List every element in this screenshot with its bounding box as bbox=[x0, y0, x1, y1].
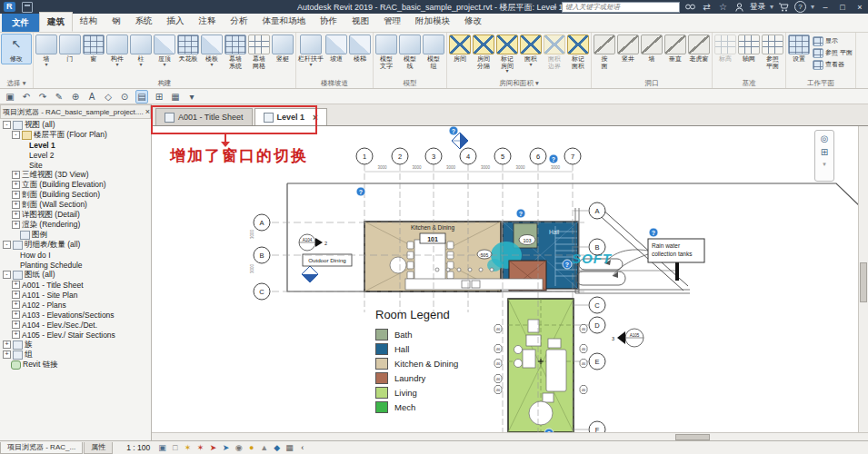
expand-icon[interactable]: + bbox=[12, 281, 20, 289]
show-workplane-button[interactable]: 显示 bbox=[813, 35, 853, 46]
tree-item-revit-[interactable]: Revit 链接 bbox=[0, 360, 151, 370]
expand-icon[interactable]: + bbox=[3, 350, 11, 359]
ribbon-tab-修改[interactable]: 修改 bbox=[457, 12, 489, 32]
expand-icon[interactable]: + bbox=[3, 340, 11, 349]
ribbon-group-label[interactable]: 工作平面 bbox=[787, 78, 854, 88]
close-button[interactable]: × bbox=[853, 2, 866, 13]
sun-path-icon[interactable]: ✶ bbox=[183, 443, 193, 452]
curtain-system-button[interactable]: 幕墙 系统 bbox=[224, 34, 247, 69]
undo-icon[interactable]: ↶ bbox=[21, 91, 32, 103]
expand-icon[interactable]: + bbox=[12, 181, 20, 189]
railing-button[interactable]: 栏杆扶手▾ bbox=[297, 34, 324, 66]
tree-item--wall-section-[interactable]: +剖面 (Wall Section) bbox=[0, 200, 151, 210]
ribbon-group-label[interactable]: 楼梯坡道 bbox=[297, 78, 372, 88]
help-caret-icon[interactable]: ▾ bbox=[811, 3, 814, 11]
expand-icon[interactable]: + bbox=[12, 331, 20, 339]
print-icon[interactable]: ✎ bbox=[54, 91, 65, 103]
tree-item-a102-plans[interactable]: +A102 - Plans bbox=[0, 300, 151, 310]
drawing-canvas[interactable]: Rain water collection tanks bbox=[152, 126, 858, 432]
zoom-tool-icon[interactable]: ⊞ bbox=[821, 147, 828, 157]
wall-button[interactable]: 墙▾ bbox=[35, 34, 58, 66]
show-hidden-icon[interactable]: □ bbox=[170, 443, 180, 452]
ribbon-tab-建筑[interactable]: 建筑 bbox=[39, 12, 73, 32]
tree-item--all-[interactable]: -图纸 (all) bbox=[0, 270, 151, 280]
measure-icon[interactable]: ⊕ bbox=[70, 91, 81, 103]
dormer-button[interactable]: 老虎窗 bbox=[687, 34, 711, 63]
tree-item-site[interactable]: Site bbox=[0, 160, 151, 170]
opening-by-face-button[interactable]: 按 面 bbox=[593, 34, 616, 69]
model-line-button[interactable]: 模型 线 bbox=[398, 34, 422, 69]
switch-windows-icon[interactable]: ⊞ bbox=[154, 91, 165, 103]
window-button[interactable]: 窗 bbox=[82, 34, 105, 63]
view-tab-close-icon[interactable]: × bbox=[313, 113, 318, 123]
expand-icon[interactable]: + bbox=[12, 201, 20, 209]
expand-icon[interactable]: + bbox=[12, 311, 20, 319]
vertical-scroll-thumb[interactable] bbox=[860, 262, 867, 302]
3d-view-icon[interactable]: ◇ bbox=[103, 91, 114, 103]
tree-item--[interactable]: 图例 bbox=[0, 230, 151, 240]
ribbon-tab-视图[interactable]: 视图 bbox=[344, 12, 376, 32]
search-input[interactable] bbox=[562, 2, 680, 13]
tree-item--building-elevation-[interactable]: +立面 (Building Elevation) bbox=[0, 180, 151, 190]
search-expand-icon[interactable]: ▸ bbox=[554, 3, 557, 11]
save-icon[interactable]: ▣ bbox=[5, 91, 15, 103]
revit-logo-icon[interactable]: R bbox=[4, 2, 15, 12]
view-scale[interactable]: 1 : 100 bbox=[126, 443, 150, 452]
file-tab[interactable]: 文件 bbox=[2, 14, 39, 32]
ribbon-tab-附加模块[interactable]: 附加模块 bbox=[408, 12, 457, 32]
level-button[interactable]: 标高 bbox=[713, 34, 737, 63]
ceiling-button[interactable]: 天花板 bbox=[176, 34, 200, 63]
roof-button[interactable]: 屋顶▾ bbox=[153, 34, 176, 66]
ribbon-group-label[interactable]: 模型 bbox=[374, 78, 445, 88]
expand-icon[interactable]: + bbox=[12, 301, 20, 309]
tree-item--all-[interactable]: -视图 (all) bbox=[0, 120, 151, 130]
tree-item-a103-elevations-sections[interactable]: +A103 - Elevations/Sections bbox=[0, 310, 151, 320]
ribbon-group-label[interactable]: 构建 bbox=[35, 78, 294, 88]
tree-item--[interactable]: +组 bbox=[0, 350, 151, 360]
close-inactive-icon[interactable]: ▦ bbox=[170, 91, 181, 103]
tree-item--floor-plan-[interactable]: -楼层平面 (Floor Plan) bbox=[0, 130, 151, 140]
ribbon-tab-分析[interactable]: 分析 bbox=[224, 12, 255, 32]
tree-item-planting-schedule[interactable]: Planting Schedule bbox=[0, 260, 151, 270]
minimize-button[interactable]: – bbox=[819, 2, 832, 13]
ribbon-tab-插入[interactable]: 插入 bbox=[160, 12, 192, 32]
bottom-tab-properties[interactable]: 属性 bbox=[84, 442, 113, 454]
ribbon-group-label[interactable]: 房间和面积 ▾ bbox=[448, 78, 590, 88]
vertical-opening-button[interactable]: 垂直 bbox=[663, 34, 687, 63]
area-button[interactable]: 面积▾ bbox=[519, 34, 543, 66]
curtain-grid-button[interactable]: 幕墙 网格 bbox=[247, 34, 271, 69]
stair-button[interactable]: 楼梯 bbox=[348, 34, 372, 63]
tree-item-a101-site-plan[interactable]: +A101 - Site Plan bbox=[0, 290, 151, 300]
shaft-button[interactable]: 竖井 bbox=[616, 34, 640, 63]
reveal-hidden-icon[interactable]: ● bbox=[246, 443, 256, 452]
temporary-hide-icon[interactable]: ◉ bbox=[234, 443, 244, 452]
restore-button[interactable]: □ bbox=[836, 2, 849, 13]
tree-item--[interactable]: +族 bbox=[0, 340, 151, 350]
tree-item--all-[interactable]: -明细表/数量 (all) bbox=[0, 240, 151, 250]
ribbon-tab-系统[interactable]: 系统 bbox=[128, 12, 160, 32]
ref-plane-small-button[interactable]: 参照 平面 bbox=[813, 46, 853, 58]
crop-view-icon[interactable]: ➤ bbox=[208, 443, 218, 452]
column-button[interactable]: 柱▾ bbox=[129, 34, 153, 66]
favorites-star-icon[interactable]: ☆ bbox=[717, 2, 729, 13]
camera-icon[interactable]: ◆ bbox=[272, 443, 282, 452]
wall-opening-button[interactable]: 墙 bbox=[640, 34, 663, 63]
ribbon-tab-钢[interactable]: 钢 bbox=[105, 12, 128, 32]
ribbon-tab-体量和场地[interactable]: 体量和场地 bbox=[255, 12, 314, 32]
floor-button[interactable]: 楼板▾ bbox=[200, 34, 224, 66]
collapse-icon[interactable]: ‹ bbox=[297, 443, 307, 452]
collapse-icon[interactable]: - bbox=[3, 271, 11, 279]
visual-style-icon[interactable]: ▣ bbox=[157, 443, 167, 452]
expand-icon[interactable]: + bbox=[12, 221, 20, 229]
room-separator-button[interactable]: 房间 分隔 bbox=[472, 34, 495, 69]
room-button[interactable]: 房间 bbox=[448, 34, 472, 63]
analytical-icon[interactable]: ▦ bbox=[284, 443, 294, 452]
model-text-button[interactable]: 模型 文字 bbox=[374, 34, 398, 69]
bottom-tab-project-browser[interactable]: 项目浏览器 - RAC_... bbox=[0, 442, 83, 454]
user-icon[interactable] bbox=[733, 2, 745, 13]
tree-item-a001-title-sheet[interactable]: +A001 - Title Sheet bbox=[0, 280, 151, 290]
ribbon-tab-结构[interactable]: 结构 bbox=[73, 12, 105, 32]
help-icon[interactable]: ? bbox=[794, 1, 806, 13]
tree-item-level-2[interactable]: Level 2 bbox=[0, 150, 151, 160]
mullion-button[interactable]: 竖梃 bbox=[271, 34, 294, 63]
